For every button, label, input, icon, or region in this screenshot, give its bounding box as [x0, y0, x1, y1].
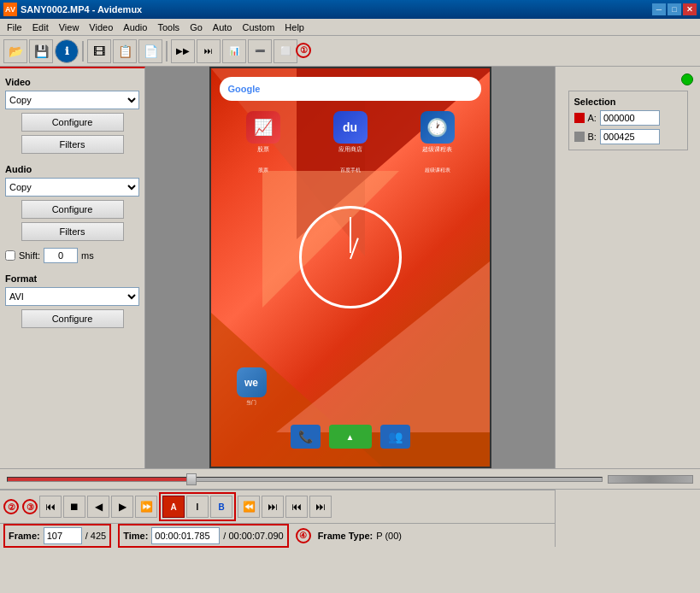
menu-go[interactable]: Go	[185, 21, 208, 34]
mark-a-btn[interactable]: A	[162, 496, 185, 518]
video-codec-select[interactable]: Copy	[5, 91, 139, 109]
menu-help[interactable]: Help	[279, 21, 309, 34]
clock-icon-img: 🕐	[421, 111, 455, 144]
slider-thumb[interactable]	[186, 473, 197, 485]
next-keyframe-btn[interactable]: ⏭	[262, 496, 284, 518]
format-select[interactable]: AVI	[5, 287, 139, 306]
crop-button[interactable]: ➖	[248, 39, 272, 63]
badge-3: ③	[22, 499, 38, 514]
badge-2: ②	[3, 499, 19, 514]
main-area: Video Copy Configure Filters Audio Copy …	[0, 67, 700, 468]
bottom-section: ② ③ ⏮ ⏹ ◀ ▶ ⏩ A I B ⏪ ⏭ ⏮ ⏭	[0, 489, 700, 547]
ab-group: A I B	[159, 492, 236, 521]
clipboard-button[interactable]: 📋	[113, 39, 137, 63]
app-icon-text: AV	[5, 5, 15, 14]
selection-title: Selection	[574, 97, 682, 107]
mark-i-btn[interactable]: I	[186, 496, 209, 518]
right-panel: Selection A: B:	[555, 67, 700, 468]
window-title: SANY0002.MP4 - Avidemux	[21, 4, 142, 15]
shift-label: Shift:	[19, 250, 40, 261]
we-icon: we	[237, 367, 267, 397]
doc-button[interactable]: 📄	[138, 39, 162, 63]
dock-contacts: 👥	[380, 425, 410, 449]
go-start-btn[interactable]: ⏮	[39, 496, 62, 518]
audio-filters-button[interactable]: Filters	[21, 222, 124, 241]
prev-keyframe-btn[interactable]: ⏪	[238, 496, 260, 518]
sel-b-indicator	[574, 132, 585, 142]
next-frame-btn[interactable]: ⏩	[135, 496, 157, 518]
du-icon: du	[333, 111, 368, 144]
cut-ab-button[interactable]: 📊	[222, 39, 246, 63]
left-panel: Video Copy Configure Filters Audio Copy …	[0, 67, 145, 468]
next-black-btn[interactable]: ⏭	[309, 496, 332, 518]
snapshot-button[interactable]: 🎞	[87, 39, 111, 63]
video-preview-area: Google 📈 股票 du 应用商店	[145, 67, 555, 468]
audio-configure-button[interactable]: Configure	[21, 200, 124, 219]
minimize-button[interactable]: ─	[652, 3, 666, 15]
badge-4: ④	[296, 528, 311, 543]
format-section-label: Format	[5, 273, 139, 284]
video-configure-button[interactable]: Configure	[21, 113, 124, 132]
search-google-text: Google	[228, 84, 261, 94]
app-icons-row: 📈 股票 du 应用商店 🕐 超级课程表	[220, 111, 481, 154]
toolbar-sep-1	[82, 41, 84, 62]
slider-progress	[8, 478, 186, 481]
sel-b-input[interactable]	[600, 129, 660, 144]
goto-start-button[interactable]: ▶▶	[171, 39, 195, 63]
time-box: Time: / 00:00:07.090	[118, 524, 288, 548]
sel-a-label: A:	[588, 113, 597, 123]
clock-face	[299, 206, 402, 308]
menu-bar: File Edit View Video Audio Tools Go Auto…	[0, 19, 700, 36]
open-button[interactable]: 📂	[3, 39, 27, 63]
badge-3-container: ③	[22, 499, 38, 514]
toolbar: 📂 💾 ℹ 🎞 📋 📄 ▶▶ ⏭ 📊 ➖ ⬜ ①	[0, 36, 700, 67]
stop-btn[interactable]: ⏹	[63, 496, 85, 518]
maximize-button[interactable]: □	[668, 3, 681, 15]
stock-icon: 📈	[246, 111, 280, 144]
prev-frame-btn[interactable]: ◀	[87, 496, 109, 518]
app-icon-clock: 🕐 超级课程表	[416, 111, 459, 154]
phone-search-bar: Google	[220, 77, 481, 101]
frame-input[interactable]	[44, 527, 82, 544]
sel-b-label: B:	[588, 132, 597, 142]
blackbg-button[interactable]: ⬜	[274, 39, 297, 63]
shift-row: Shift: ms	[5, 248, 139, 263]
mini-slider[interactable]	[608, 475, 693, 484]
mark-b-btn[interactable]: B	[210, 496, 232, 518]
save-button[interactable]: 💾	[29, 39, 53, 63]
sel-a-row: A:	[574, 110, 682, 126]
menu-file[interactable]: File	[2, 21, 27, 34]
toolbar-sep-2	[166, 41, 168, 62]
shift-unit: ms	[81, 250, 94, 261]
slider-track[interactable]	[7, 477, 603, 482]
phone-dock: 📞 ▲ 👥	[220, 420, 481, 454]
time-input[interactable]	[151, 527, 220, 544]
shift-checkbox[interactable]	[5, 250, 15, 261]
audio-codec-select[interactable]: Copy	[5, 178, 139, 197]
menu-tools[interactable]: Tools	[152, 21, 185, 34]
indicator-green	[681, 73, 693, 85]
menu-custom[interactable]: Custom	[237, 21, 279, 34]
audio-section-label: Audio	[5, 164, 139, 174]
menu-video[interactable]: Video	[84, 21, 118, 34]
phone-background: Google 📈 股票 du 应用商店	[211, 68, 490, 467]
badge-1: ①	[296, 43, 311, 58]
info-button[interactable]: ℹ	[55, 39, 79, 63]
du-label: 应用商店	[338, 145, 362, 154]
video-filters-button[interactable]: Filters	[21, 135, 124, 154]
format-configure-button[interactable]: Configure	[21, 309, 124, 328]
menu-auto[interactable]: Auto	[208, 21, 238, 34]
prev-black-btn[interactable]: ⏮	[285, 496, 308, 518]
close-button[interactable]: ✕	[683, 3, 697, 15]
menu-audio[interactable]: Audio	[118, 21, 152, 34]
play-btn[interactable]: ▶	[111, 496, 133, 518]
menu-view[interactable]: View	[54, 21, 85, 34]
format-row: AVI	[5, 287, 139, 306]
shift-input[interactable]	[44, 248, 78, 263]
goto-end-button[interactable]: ⏭	[197, 39, 221, 63]
status-bar: Frame: / 425 Time: / 00:00:07.090 ④ Fram…	[0, 523, 555, 547]
stock-label: 股票	[257, 145, 269, 154]
sel-a-input[interactable]	[600, 110, 660, 126]
menu-edit[interactable]: Edit	[27, 21, 54, 34]
frametype-label: Frame Type:	[318, 531, 374, 541]
